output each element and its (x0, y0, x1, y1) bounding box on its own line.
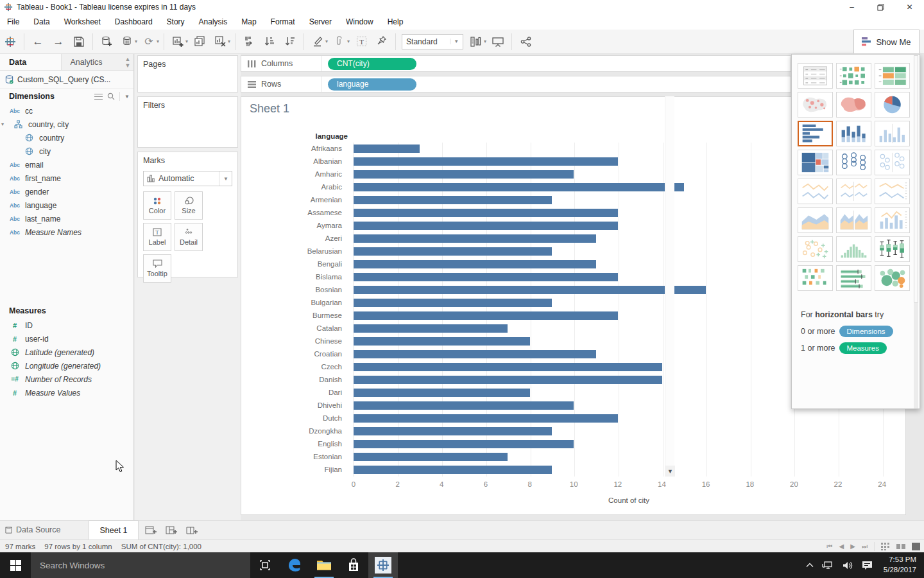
bar-bislama[interactable] (354, 273, 618, 281)
edge-icon[interactable] (280, 552, 309, 578)
last-sheet-icon[interactable]: ⏭ (862, 543, 868, 550)
category-label[interactable]: Croatian (241, 350, 348, 358)
bar-bulgarian[interactable] (354, 299, 552, 307)
category-label[interactable]: Danish (241, 376, 348, 383)
bar-english[interactable] (354, 440, 574, 448)
bar-bengali[interactable] (354, 260, 596, 268)
category-label[interactable]: English (241, 440, 348, 448)
tab-data-source[interactable]: Data Source (0, 520, 69, 539)
file-explorer-icon[interactable] (309, 552, 339, 578)
show-me-dual-combination[interactable] (875, 207, 910, 233)
show-me-area-continuous[interactable] (798, 207, 833, 233)
notification-icon[interactable] (862, 561, 873, 570)
category-label[interactable]: Burmese (241, 311, 348, 319)
pin-icon[interactable] (372, 32, 391, 51)
store-icon[interactable] (339, 552, 368, 578)
category-label[interactable]: Amharic (241, 170, 348, 178)
category-label[interactable]: Belarusian (241, 247, 348, 255)
show-me-text-table[interactable] (798, 63, 833, 89)
attach-icon[interactable] (330, 32, 349, 51)
show-me-scrollbar[interactable] (914, 55, 918, 408)
taskbar-search[interactable] (31, 552, 250, 578)
show-me-bullet-graph[interactable] (836, 265, 871, 291)
chevron-up-icon[interactable] (806, 563, 814, 568)
pane-menu-icon[interactable]: ▼ (124, 94, 130, 100)
prev-sheet-icon[interactable]: ◀ (839, 543, 844, 550)
category-label[interactable]: Dutch (241, 414, 348, 422)
measure-number-of-records[interactable]: =#Number of Records (0, 372, 133, 386)
filmstrip-icon[interactable] (896, 543, 905, 550)
new-dashboard-button[interactable] (163, 523, 180, 539)
dimension-email[interactable]: Abcemail (0, 158, 133, 171)
show-me-horizontal-bars[interactable] (798, 121, 833, 146)
show-me-area-discrete[interactable] (836, 207, 871, 233)
menu-dashboard[interactable]: Dashboard (108, 14, 160, 30)
tab-data[interactable]: Data (0, 54, 62, 70)
tooltip-button[interactable]: Tooltip (143, 254, 171, 283)
pause-updates-icon[interactable] (117, 32, 137, 51)
bar-azeri[interactable] (354, 234, 596, 243)
swap-axes-icon[interactable] (239, 32, 259, 51)
show-hide-cards-icon[interactable] (466, 32, 486, 51)
measure-id[interactable]: #ID (0, 319, 133, 332)
category-label[interactable]: Albanian (241, 157, 348, 165)
search-icon[interactable] (107, 92, 115, 100)
tab-sheet-1[interactable]: Sheet 1 (89, 520, 138, 539)
bar-amharic[interactable] (354, 170, 574, 179)
tab-analytics[interactable]: Analytics (62, 54, 123, 70)
scroll-down-icon[interactable]: ▼ (665, 466, 675, 477)
menu-data[interactable]: Data (26, 14, 56, 30)
new-data-source-icon[interactable] (97, 32, 116, 51)
color-button[interactable]: Color (143, 191, 171, 220)
save-icon[interactable] (69, 32, 89, 51)
category-label[interactable]: Catalan (241, 324, 348, 332)
show-me-lines-continuous[interactable] (798, 179, 833, 204)
task-view-button[interactable] (250, 552, 280, 578)
show-me-box-and-whisker[interactable] (875, 236, 910, 262)
show-me-packed-bubbles[interactable] (875, 265, 910, 291)
category-label[interactable]: Bengali (241, 260, 348, 268)
first-sheet-icon[interactable]: ⏮ (827, 543, 833, 550)
menu-help[interactable]: Help (381, 14, 411, 30)
category-label[interactable]: Estonian (241, 453, 348, 460)
bar-danish[interactable] (354, 376, 662, 384)
filters-shelf[interactable]: Filters (137, 96, 238, 148)
bar-afrikaans[interactable] (354, 144, 420, 153)
dimension-first-name[interactable]: Abcfirst_name (0, 171, 133, 185)
show-me-histogram[interactable] (836, 236, 871, 262)
bar-burmese[interactable] (354, 311, 618, 320)
start-button[interactable] (0, 552, 31, 578)
label-button[interactable]: TLabel (143, 223, 171, 251)
search-input[interactable] (31, 552, 250, 578)
bar-chinese[interactable] (354, 337, 530, 346)
show-me-circle-views[interactable] (836, 150, 871, 175)
clear-sheet-icon[interactable] (210, 32, 230, 51)
chart-vertical-scrollbar[interactable]: ▼ (665, 96, 674, 477)
tableau-logo-icon[interactable] (1, 32, 20, 51)
measure-user-id[interactable]: #user-id (0, 332, 133, 346)
show-me-filled-map[interactable] (836, 92, 871, 118)
category-label[interactable]: Bulgarian (241, 299, 348, 306)
show-me-highlight-table[interactable] (875, 63, 910, 89)
category-label[interactable]: Assamese (241, 209, 348, 216)
dimension-city[interactable]: city (0, 144, 133, 158)
category-label[interactable]: Dari (241, 389, 348, 396)
bar-catalan[interactable] (354, 324, 508, 333)
taskbar-clock[interactable]: 7:53 PM 5/28/2017 (881, 555, 916, 575)
measure-longitude-generated-[interactable]: Longitude (generated) (0, 359, 133, 372)
show-me-pie-chart[interactable] (875, 92, 910, 118)
category-label[interactable]: Dzongkha (241, 427, 348, 435)
show-me-symbol-map[interactable] (798, 92, 833, 118)
bar-fijian[interactable] (354, 466, 552, 474)
category-label[interactable]: Czech (241, 363, 348, 371)
back-arrow-icon[interactable]: ← (28, 32, 47, 51)
size-button[interactable]: Size (175, 191, 203, 220)
share-icon[interactable] (516, 32, 535, 51)
bar-armenian[interactable] (354, 196, 552, 204)
new-worksheet-button[interactable] (142, 523, 159, 539)
show-me-treemap[interactable] (798, 150, 833, 175)
presentation-mode-icon[interactable] (488, 32, 508, 51)
columns-shelf[interactable]: Columns CNT(city) (241, 55, 791, 72)
show-me-stacked-bars[interactable] (836, 121, 871, 146)
dimension-country[interactable]: country (0, 131, 133, 144)
